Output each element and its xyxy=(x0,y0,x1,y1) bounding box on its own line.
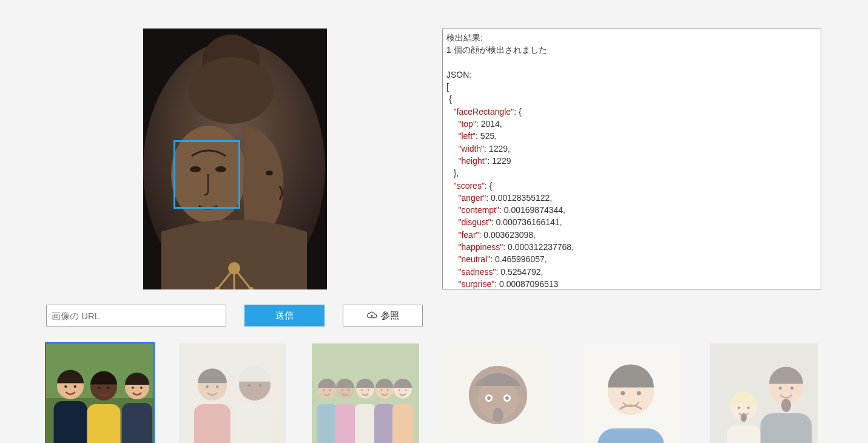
svg-point-80 xyxy=(738,407,740,409)
svg-rect-67 xyxy=(577,343,685,443)
svg-point-16 xyxy=(74,385,76,388)
svg-point-58 xyxy=(465,362,531,428)
svg-point-20 xyxy=(107,387,110,389)
svg-rect-26 xyxy=(194,404,230,443)
svg-rect-34 xyxy=(312,343,419,443)
image-url-input[interactable] xyxy=(46,305,226,326)
svg-point-53 xyxy=(399,389,400,391)
svg-rect-39 xyxy=(335,404,355,443)
svg-point-44 xyxy=(356,380,374,399)
thumbnail-sample-4[interactable] xyxy=(445,343,552,443)
svg-point-69 xyxy=(608,369,654,415)
svg-point-48 xyxy=(375,380,394,399)
svg-rect-78 xyxy=(727,425,761,443)
svg-point-59 xyxy=(469,366,527,424)
svg-point-42 xyxy=(348,389,349,391)
face-bounding-box xyxy=(173,140,240,209)
browse-label: 参照 xyxy=(381,310,399,322)
svg-point-62 xyxy=(485,394,493,402)
svg-point-60 xyxy=(475,375,521,421)
svg-point-65 xyxy=(505,396,509,400)
svg-point-66 xyxy=(493,408,503,422)
svg-point-7 xyxy=(266,171,273,175)
svg-rect-35 xyxy=(317,404,337,443)
svg-point-27 xyxy=(198,371,227,401)
svg-point-32 xyxy=(248,384,251,387)
svg-point-79 xyxy=(730,394,757,421)
svg-rect-73 xyxy=(761,413,812,443)
svg-point-74 xyxy=(769,370,803,404)
svg-rect-21 xyxy=(122,403,152,443)
svg-point-19 xyxy=(98,387,100,389)
svg-point-70 xyxy=(621,391,625,395)
svg-rect-30 xyxy=(237,404,273,443)
svg-point-15 xyxy=(64,385,67,388)
svg-point-82 xyxy=(741,413,747,422)
svg-rect-68 xyxy=(597,428,664,443)
svg-point-33 xyxy=(259,384,262,387)
svg-rect-43 xyxy=(355,404,375,443)
sample-thumbnails xyxy=(0,326,868,443)
svg-rect-47 xyxy=(374,404,395,443)
svg-point-28 xyxy=(206,385,208,388)
svg-point-77 xyxy=(781,399,791,412)
input-image xyxy=(143,29,327,289)
svg-rect-72 xyxy=(710,343,818,443)
svg-rect-13 xyxy=(54,401,87,443)
svg-point-38 xyxy=(329,389,331,391)
svg-point-54 xyxy=(405,389,407,391)
svg-rect-25 xyxy=(179,343,286,443)
svg-point-45 xyxy=(361,389,363,391)
svg-point-57 xyxy=(469,366,527,424)
svg-point-37 xyxy=(323,389,325,391)
svg-point-36 xyxy=(318,380,336,399)
svg-point-52 xyxy=(394,380,412,399)
svg-point-71 xyxy=(637,391,641,395)
svg-point-75 xyxy=(779,387,782,390)
svg-point-81 xyxy=(747,407,750,409)
svg-point-3 xyxy=(189,57,274,124)
svg-rect-17 xyxy=(87,404,121,443)
svg-point-31 xyxy=(239,369,271,401)
svg-point-24 xyxy=(140,387,143,389)
svg-point-50 xyxy=(387,389,389,391)
svg-point-64 xyxy=(487,396,491,400)
thumbnail-sample-1[interactable] xyxy=(46,343,153,443)
thumbnail-sample-5[interactable] xyxy=(577,343,685,443)
thumbnail-sample-3[interactable] xyxy=(312,343,419,443)
thumbnail-sample-2[interactable] xyxy=(179,343,286,443)
svg-rect-51 xyxy=(392,404,413,443)
svg-point-76 xyxy=(790,387,793,390)
svg-point-29 xyxy=(216,385,218,388)
svg-rect-56 xyxy=(468,428,528,443)
thumbnail-sample-6[interactable] xyxy=(710,343,818,443)
svg-point-41 xyxy=(341,389,343,391)
svg-point-63 xyxy=(503,394,511,402)
submit-button[interactable]: 送信 xyxy=(244,305,325,326)
svg-point-46 xyxy=(368,389,369,391)
svg-rect-55 xyxy=(445,343,552,443)
cloud-upload-icon xyxy=(366,311,377,320)
results-panel[interactable]: 検出結果: 1 個の顔が検出されました JSON: [ { "faceRecta… xyxy=(442,29,821,289)
svg-point-40 xyxy=(336,380,354,399)
svg-point-61 xyxy=(477,379,519,420)
svg-point-23 xyxy=(132,387,134,389)
svg-point-49 xyxy=(380,389,382,391)
browse-button[interactable]: 参照 xyxy=(343,305,423,326)
